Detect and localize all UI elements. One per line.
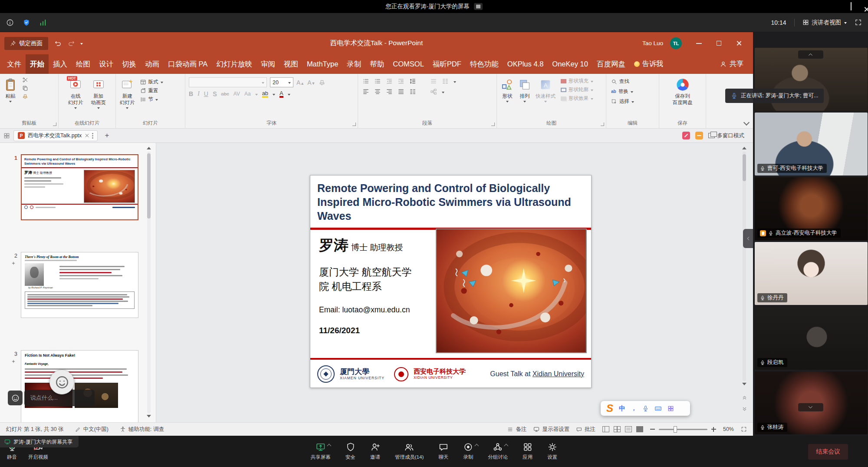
tab-file[interactable]: 文件: [3, 54, 26, 74]
shape-outline-button[interactable]: 形状轮廓: [559, 86, 595, 93]
settings-button[interactable]: 设置: [547, 442, 557, 460]
scrollbar-thumb[interactable]: [743, 154, 746, 181]
close-tab-icon[interactable]: [85, 133, 89, 138]
align-right-icon[interactable]: [386, 88, 393, 95]
bold-button[interactable]: B: [189, 90, 193, 97]
tab-comsol[interactable]: COMSOL: [388, 54, 428, 74]
multi-window-mode-button[interactable]: 多窗口模式: [708, 132, 745, 139]
cut-button[interactable]: [21, 76, 30, 83]
video-tile-gaolibo[interactable]: 高立波-西安电子科技大学: [755, 177, 868, 240]
new-tab-button[interactable]: +: [102, 131, 112, 140]
account-avatar[interactable]: TL: [670, 37, 682, 49]
meeting-security-shield-icon[interactable]: [23, 19, 30, 26]
bullet-list-icon[interactable]: [362, 78, 369, 85]
reset-button[interactable]: 重置: [139, 87, 164, 94]
apps-button[interactable]: 应用: [523, 442, 533, 460]
editor-scrollbar[interactable]: [741, 143, 748, 422]
tab-more-icon[interactable]: [92, 135, 93, 136]
thumbnail-scrollbar[interactable]: [146, 144, 152, 421]
previous-slide-button[interactable]: [741, 394, 748, 401]
scroll-down-arrow[interactable]: [147, 415, 151, 420]
window-maximize-button[interactable]: [851, 3, 852, 10]
security-button[interactable]: 安全: [345, 442, 355, 460]
change-case-button[interactable]: Aa: [244, 91, 251, 97]
ppt-minimize-button[interactable]: [689, 32, 709, 54]
sogou-logo[interactable]: S: [606, 403, 613, 414]
network-signal-icon[interactable]: [39, 19, 47, 26]
end-meeting-button[interactable]: 结束会议: [808, 444, 848, 460]
video-tile-caoke[interactable]: 曹可-西安电子科技大学: [755, 113, 868, 176]
sidebar-collapse-handle[interactable]: [743, 229, 753, 248]
tab-record[interactable]: 录制: [342, 54, 365, 74]
slideshow-view-button[interactable]: [636, 426, 643, 432]
shapes-button[interactable]: 形状: [499, 76, 516, 103]
slide-thumbnail-2[interactable]: There's Plenty of Room at the Bottom by …: [21, 252, 138, 318]
tab-transitions[interactable]: 切换: [118, 54, 141, 74]
invite-button[interactable]: 邀请: [370, 442, 380, 460]
select-button[interactable]: 选择: [610, 98, 635, 105]
accessibility-checker[interactable]: 辅助功能: 调查: [120, 426, 164, 433]
chat-button[interactable]: 聊天: [438, 442, 448, 460]
scroll-down-arrow[interactable]: [741, 381, 748, 389]
view-mode-switcher[interactable]: 演讲者视图: [802, 19, 847, 26]
ribbon-collapse-button[interactable]: [743, 119, 750, 126]
align-text-icon[interactable]: [442, 78, 449, 85]
save-to-baidu-button[interactable]: 保存到百度网盘: [671, 76, 695, 107]
tab-baidu-netdisk[interactable]: 百度网盘: [592, 54, 630, 74]
tab-animations[interactable]: 动画: [141, 54, 164, 74]
ime-punctuation-toggle[interactable]: ，: [631, 404, 637, 412]
text-direction-icon[interactable]: [430, 78, 437, 85]
format-painter-button[interactable]: [21, 93, 30, 100]
replace-button[interactable]: ab替换: [610, 88, 635, 95]
topbar-menu-icon[interactable]: [474, 3, 483, 10]
video-tile-xudandan[interactable]: 徐丹丹: [755, 242, 868, 305]
scroll-up-arrow[interactable]: [742, 145, 746, 149]
zoom-in-button[interactable]: [711, 427, 716, 432]
tab-mathtype[interactable]: MathType: [302, 54, 342, 74]
document-tab[interactable]: P 西电学术交流Talk.pptx: [13, 130, 98, 141]
layout-button[interactable]: 版式: [139, 78, 164, 86]
arrange-button[interactable]: 排列: [516, 76, 533, 103]
text-shadow-button[interactable]: S: [213, 90, 217, 97]
underline-button[interactable]: U: [204, 90, 208, 97]
tab-special-features[interactable]: 特色功能: [466, 54, 503, 74]
scroll-up-arrow[interactable]: [147, 145, 151, 149]
scroll-participants-up-button[interactable]: [798, 50, 823, 59]
ime-language-toggle[interactable]: 中: [619, 404, 625, 413]
tab-insert[interactable]: 插入: [49, 54, 72, 74]
copy-button[interactable]: [21, 85, 30, 92]
new-slide-button[interactable]: 新建幻灯片: [118, 76, 137, 110]
language-indicator[interactable]: 中文(中国): [75, 426, 108, 433]
strikethrough-button[interactable]: abc: [221, 91, 229, 96]
line-spacing-icon[interactable]: [409, 78, 416, 85]
fullscreen-icon[interactable]: [855, 19, 862, 26]
shape-fill-button[interactable]: 形状填充: [559, 77, 595, 85]
zoom-level[interactable]: 50%: [723, 426, 734, 432]
justify-icon[interactable]: [398, 88, 404, 95]
tab-home[interactable]: 开始: [26, 54, 49, 74]
tab-review[interactable]: 审阅: [256, 54, 279, 74]
quick-access-customize-icon[interactable]: [80, 43, 83, 46]
highlight-color-button[interactable]: ab: [262, 90, 268, 98]
tab-draw[interactable]: 绘图: [72, 54, 95, 74]
increase-indent-icon[interactable]: [398, 78, 404, 85]
paragraph-dialog-launcher[interactable]: [491, 123, 495, 126]
tab-view[interactable]: 视图: [279, 54, 302, 74]
zoom-slider[interactable]: [659, 429, 707, 430]
comments-button[interactable]: 批注: [576, 426, 595, 433]
tools-plugin-icon[interactable]: [695, 132, 703, 139]
find-button[interactable]: 查找: [610, 78, 635, 85]
numbered-list-icon[interactable]: [374, 78, 381, 85]
reading-view-button[interactable]: [625, 426, 632, 432]
align-center-icon[interactable]: [374, 88, 381, 95]
slide-canvas[interactable]: Remote Powering and Control of Biologica…: [310, 175, 592, 388]
zoom-out-button[interactable]: [650, 429, 655, 430]
floating-avatar[interactable]: [49, 370, 74, 394]
online-slides-button[interactable]: HOT 在线幻灯片: [66, 76, 85, 110]
ime-keyboard-icon[interactable]: [654, 405, 662, 412]
scrollbar-thumb[interactable]: [147, 153, 151, 219]
lock-screen-button[interactable]: 锁定画面: [4, 37, 48, 50]
drawing-dialog-launcher[interactable]: [601, 123, 604, 126]
share-options-caret[interactable]: [327, 444, 331, 448]
account-name[interactable]: Tao Luo: [642, 40, 663, 46]
